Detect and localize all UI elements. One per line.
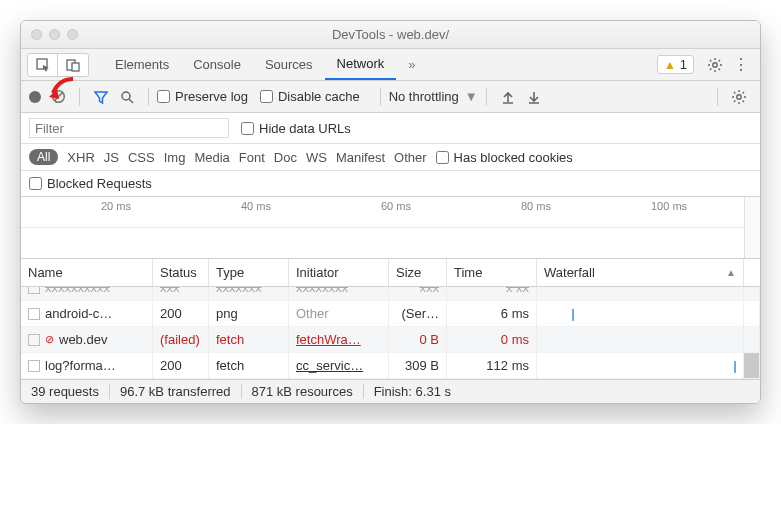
filter-manifest[interactable]: Manifest [336,150,385,165]
filter-js[interactable]: JS [104,150,119,165]
more-icon[interactable]: ⋮ [728,53,754,77]
request-rows: xxxxxxxxxx xxxxxxxxxxxxxxxxxx xxxx xx an… [21,287,760,379]
filter-other[interactable]: Other [394,150,427,165]
table-row[interactable]: android-c… 200 png Other (Ser… 6 ms [21,301,760,327]
upload-har-icon[interactable] [495,85,521,109]
table-row[interactable]: ⊘web.dev (failed) fetch fetchWra… 0 B 0 … [21,327,760,353]
waterfall-cell [537,353,744,379]
tabs-overflow-icon[interactable]: » [396,49,427,80]
col-initiator[interactable]: Initiator [289,259,389,286]
filter-all[interactable]: All [29,149,58,165]
warnings-badge[interactable]: ▲ 1 [657,55,694,74]
tick-100: 100 ms [651,200,687,212]
timeline-scrollbar[interactable] [744,197,760,258]
tab-console[interactable]: Console [181,49,253,80]
error-icon: ⊘ [45,333,54,346]
device-toggle-icon[interactable] [58,54,88,76]
resource-type-filters: All XHR JS CSS Img Media Font Doc WS Man… [21,144,760,171]
filter-ws[interactable]: WS [306,150,327,165]
tick-80: 80 ms [521,200,551,212]
checkbox-icon[interactable] [28,334,40,346]
main-tabbar: Elements Console Sources Network » ▲ 1 ⋮ [21,49,760,81]
checkbox-icon[interactable] [28,360,40,372]
checkbox-icon[interactable] [28,308,40,320]
search-icon[interactable] [114,85,140,109]
filter-media[interactable]: Media [194,150,229,165]
col-type[interactable]: Type [209,259,289,286]
col-status[interactable]: Status [153,259,209,286]
has-blocked-cookies-checkbox[interactable]: Has blocked cookies [436,150,573,165]
col-waterfall[interactable]: Waterfall▲ [537,259,744,286]
svg-point-3 [713,62,717,66]
disable-cache-checkbox[interactable]: Disable cache [260,89,360,104]
warning-icon: ▲ [664,58,676,72]
chevron-down-icon: ▼ [465,89,478,104]
status-resources: 871 kB resources [242,384,364,399]
warnings-count: 1 [680,57,687,72]
waterfall-cell [537,327,744,353]
svg-point-6 [122,92,130,100]
filter-doc[interactable]: Doc [274,150,297,165]
filter-img[interactable]: Img [164,150,186,165]
filter-css[interactable]: CSS [128,150,155,165]
devtools-window: DevTools - web.dev/ Elements Console Sou… [20,20,761,404]
blocked-requests-checkbox[interactable]: Blocked Requests [29,176,740,191]
svg-line-7 [129,99,133,103]
table-row[interactable]: log?forma… 200 fetch cc_servic… 309 B 11… [21,353,760,379]
svg-point-10 [737,94,741,98]
filter-input[interactable] [29,118,229,138]
waterfall-cell [537,301,744,327]
settings-icon[interactable] [702,53,728,77]
download-har-icon[interactable] [521,85,547,109]
status-transferred: 96.7 kB transferred [110,384,242,399]
tick-60: 60 ms [381,200,411,212]
tick-20: 20 ms [101,200,131,212]
tab-network[interactable]: Network [325,49,397,80]
record-button[interactable] [29,91,41,103]
tab-sources[interactable]: Sources [253,49,325,80]
clear-icon[interactable] [45,85,71,109]
blocked-requests-row: Blocked Requests [21,171,760,197]
filter-icon[interactable] [88,85,114,109]
network-settings-icon[interactable] [726,85,752,109]
titlebar: DevTools - web.dev/ [21,21,760,49]
hide-data-urls-checkbox[interactable]: Hide data URLs [241,121,351,136]
tab-elements[interactable]: Elements [103,49,181,80]
request-table-header: Name Status Type Initiator Size Time Wat… [21,259,760,287]
throttling-select[interactable]: No throttling ▼ [389,89,478,104]
svg-rect-2 [72,63,79,71]
sort-indicator-icon: ▲ [726,267,736,278]
inspect-device-group [27,53,89,77]
table-row[interactable]: xxxxxxxxxx xxxxxxxxxxxxxxxxxx xxxx xx [21,287,760,301]
overview-timeline[interactable]: 20 ms 40 ms 60 ms 80 ms 100 ms [21,197,760,259]
filter-xhr[interactable]: XHR [67,150,94,165]
col-size[interactable]: Size [389,259,447,286]
panel-tabs: Elements Console Sources Network » [103,49,428,80]
preserve-log-checkbox[interactable]: Preserve log [157,89,248,104]
status-requests: 39 requests [31,384,110,399]
tick-40: 40 ms [241,200,271,212]
filter-bar: Hide data URLs [21,113,760,144]
filter-font[interactable]: Font [239,150,265,165]
svg-line-5 [54,92,62,100]
network-toolbar: Preserve log Disable cache No throttling… [21,81,760,113]
inspect-element-icon[interactable] [28,54,58,76]
window-title: DevTools - web.dev/ [21,27,760,42]
col-name[interactable]: Name [21,259,153,286]
col-time[interactable]: Time [447,259,537,286]
status-finish: Finish: 6.31 s [364,384,461,399]
status-bar: 39 requests 96.7 kB transferred 871 kB r… [21,379,760,403]
